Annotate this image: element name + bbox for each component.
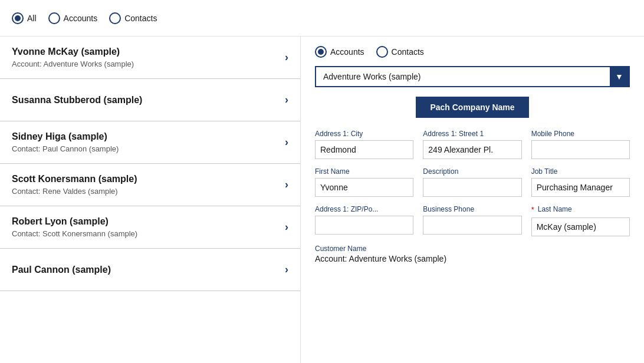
input-address1-city[interactable] [315, 140, 413, 159]
right-panel: Accounts Contacts Adventure Works (sampl… [301, 37, 644, 363]
right-radio-bar: Accounts Contacts [315, 46, 630, 58]
label-last-name: Last Name [538, 205, 572, 213]
input-first-name[interactable] [315, 178, 413, 197]
list-item[interactable]: Scott Konersmann (sample) Contact: Rene … [0, 164, 300, 206]
radio-all-circle [12, 12, 24, 24]
list-item-name: Robert Lyon (sample) [12, 216, 137, 227]
chevron-right-icon: › [285, 136, 288, 148]
chevron-right-icon: › [285, 94, 288, 106]
dropdown-container: Adventure Works (sample) ▼ [315, 66, 630, 87]
radio-contacts[interactable]: Contacts [109, 12, 157, 24]
input-address1-zip[interactable] [315, 216, 413, 235]
label-address1-street1: Address 1: Street 1 [423, 130, 521, 138]
list-item-name: Susanna Stubberod (sample) [12, 95, 142, 105]
right-radio-contacts-circle [376, 46, 388, 58]
field-address1-zip: Address 1: ZIP/Po... [315, 205, 413, 236]
list-item[interactable]: Yvonne McKay (sample) Account: Adventure… [0, 37, 300, 79]
label-description: Description [423, 167, 521, 176]
label-first-name: First Name [315, 167, 413, 176]
list-item-content: Robert Lyon (sample) Contact: Scott Kone… [12, 216, 137, 238]
patch-company-button[interactable]: Pach Company Name [416, 97, 528, 118]
field-business-phone: Business Phone [423, 205, 521, 236]
chevron-right-icon: › [285, 263, 288, 276]
field-last-name: * Last Name [531, 205, 630, 236]
customer-name-label: Customer Name [315, 245, 630, 253]
list-item-name: Sidney Higa (sample) [12, 131, 119, 142]
input-business-phone[interactable] [423, 216, 521, 235]
label-address1-city: Address 1: City [315, 130, 413, 138]
list-item-sub: Contact: Scott Konersmann (sample) [12, 229, 137, 238]
list-item-name: Yvonne McKay (sample) [12, 47, 134, 57]
list-item[interactable]: Paul Cannon (sample) › [0, 249, 300, 291]
right-radio-accounts-circle [315, 46, 327, 58]
chevron-right-icon: › [285, 221, 288, 233]
input-mobile-phone[interactable] [531, 140, 630, 159]
input-address1-street1[interactable] [423, 140, 521, 159]
chevron-right-icon: › [285, 51, 288, 64]
radio-contacts-label: Contacts [124, 14, 157, 23]
input-description[interactable] [423, 178, 521, 197]
customer-name-value: Account: Adventure Works (sample) [315, 254, 630, 263]
field-address1-city: Address 1: City [315, 130, 413, 159]
right-radio-contacts-label: Contacts [392, 47, 424, 57]
field-mobile-phone: Mobile Phone [531, 130, 630, 159]
radio-all-label: All [27, 14, 37, 23]
list-item-sub: Contact: Rene Valdes (sample) [12, 187, 137, 196]
right-radio-contacts[interactable]: Contacts [376, 46, 424, 58]
label-address1-zip: Address 1: ZIP/Po... [315, 205, 413, 213]
radio-contacts-circle [109, 12, 121, 24]
input-last-name[interactable] [531, 217, 630, 236]
right-radio-accounts-label: Accounts [330, 47, 364, 57]
field-first-name: First Name [315, 167, 413, 197]
list-item-content: Scott Konersmann (sample) Contact: Rene … [12, 174, 137, 196]
list-item-content: Sidney Higa (sample) Contact: Paul Canno… [12, 131, 119, 153]
field-job-title: Job Title [531, 167, 630, 197]
field-description: Description [423, 167, 521, 197]
required-star: * [531, 205, 534, 215]
input-job-title[interactable] [531, 178, 630, 197]
field-address1-street1: Address 1: Street 1 [423, 130, 521, 159]
list-item-content: Yvonne McKay (sample) Account: Adventure… [12, 47, 134, 68]
list-item-content: Susanna Stubberod (sample) [12, 95, 142, 105]
left-panel: Yvonne McKay (sample) Account: Adventure… [0, 37, 301, 363]
radio-all[interactable]: All [12, 12, 37, 24]
list-item-content: Paul Cannon (sample) [12, 265, 111, 275]
chevron-right-icon: › [285, 179, 288, 191]
main-content: Yvonne McKay (sample) Account: Adventure… [0, 37, 644, 363]
customer-name-section: Customer Name Account: Adventure Works (… [315, 245, 630, 263]
list-item[interactable]: Sidney Higa (sample) Contact: Paul Canno… [0, 121, 300, 164]
dropdown-arrow-icon: ▼ [610, 67, 629, 86]
list-item-sub: Account: Adventure Works (sample) [12, 60, 134, 68]
radio-accounts-label: Accounts [64, 14, 98, 23]
list-item-name: Paul Cannon (sample) [12, 265, 111, 275]
label-job-title: Job Title [531, 167, 630, 176]
list-item-name: Scott Konersmann (sample) [12, 174, 137, 184]
form-grid: Address 1: City Address 1: Street 1 Mobi… [315, 130, 630, 236]
label-business-phone: Business Phone [423, 205, 521, 213]
dropdown-value: Adventure Works (sample) [323, 72, 420, 81]
radio-accounts-circle [48, 12, 60, 24]
account-dropdown[interactable]: Adventure Works (sample) ▼ [315, 66, 630, 87]
radio-accounts[interactable]: Accounts [48, 12, 98, 24]
top-radio-bar: All Accounts Contacts [0, 0, 644, 37]
list-item[interactable]: Robert Lyon (sample) Contact: Scott Kone… [0, 206, 300, 249]
list-item[interactable]: Susanna Stubberod (sample) › [0, 79, 300, 121]
label-mobile-phone: Mobile Phone [531, 130, 630, 138]
right-radio-accounts[interactable]: Accounts [315, 46, 364, 58]
list-item-sub: Contact: Paul Cannon (sample) [12, 144, 119, 153]
